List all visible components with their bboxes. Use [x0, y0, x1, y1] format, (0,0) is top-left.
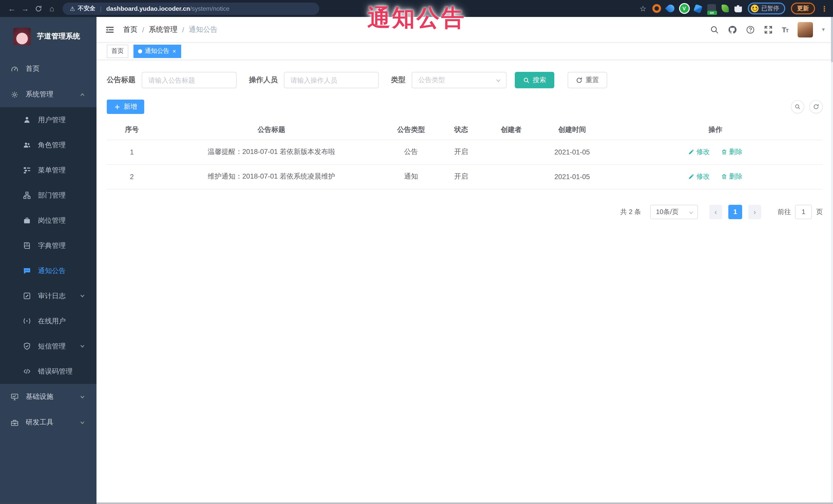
toggle-search-button[interactable]: [791, 100, 804, 114]
col-no: 序号: [107, 120, 157, 140]
browser-back-icon[interactable]: ←: [5, 4, 19, 13]
edit-link[interactable]: 修改: [688, 172, 710, 181]
sidebar-item-dev-tools[interactable]: 研发工具: [0, 410, 96, 435]
browser-forward-icon[interactable]: →: [19, 4, 32, 13]
breadcrumb-separator: /: [182, 25, 184, 33]
sidebar-item-dict-mgmt[interactable]: 字典管理: [0, 233, 96, 258]
edit-link-label: 修改: [696, 147, 710, 157]
sidebar-item-label: 错误码管理: [38, 367, 73, 376]
sidebar-item-user-mgmt[interactable]: 用户管理: [0, 107, 96, 133]
add-button[interactable]: 新增: [107, 100, 144, 114]
notice-icon: [23, 267, 31, 275]
sidebar-item-infrastructure[interactable]: 基础设施: [0, 384, 96, 410]
refresh-table-button[interactable]: [809, 100, 823, 114]
sidebar-item-error-code[interactable]: 错误码管理: [0, 359, 96, 384]
refresh-icon: [813, 104, 819, 110]
github-icon[interactable]: [728, 25, 737, 34]
extension-switch-icon[interactable]: on: [707, 4, 716, 13]
prev-page-button[interactable]: ‹: [709, 205, 722, 219]
extensions-puzzle-icon[interactable]: [734, 5, 742, 12]
browser-toolbar-right: ☆ V on 已暂停 更新 ⋮: [640, 3, 828, 15]
delete-link[interactable]: 删除: [721, 172, 742, 181]
extension-green-v-icon[interactable]: V: [680, 4, 689, 13]
window-scrollbar[interactable]: [831, 17, 833, 502]
notice-title-input[interactable]: [142, 72, 237, 88]
cell-create-time: 2021-01-05: [536, 164, 608, 189]
breadcrumb-system[interactable]: 系统管理: [149, 25, 177, 34]
col-actions: 操作: [608, 120, 823, 140]
next-page-button[interactable]: ›: [748, 205, 761, 219]
sidebar-item-home[interactable]: 首页: [0, 56, 96, 81]
user-avatar[interactable]: [798, 22, 813, 37]
profile-paused-pill[interactable]: 已暂停: [747, 3, 785, 15]
sidebar-item-sms-mgmt[interactable]: 短信管理: [0, 334, 96, 359]
breadcrumb: 首页 / 系统管理 / 通知公告: [123, 25, 218, 34]
page-number-1[interactable]: 1: [728, 205, 742, 219]
delete-link[interactable]: 删除: [721, 147, 742, 157]
cell-status: 开启: [436, 164, 486, 189]
hamburger-icon[interactable]: [105, 24, 115, 34]
audit-log-icon: [23, 292, 31, 300]
online-user-icon: [23, 317, 31, 325]
breadcrumb-home[interactable]: 首页: [123, 25, 138, 34]
sidebar-item-menu-mgmt[interactable]: 菜单管理: [0, 158, 96, 183]
page-unit-label: 页: [816, 207, 823, 216]
delete-link-label: 删除: [729, 172, 742, 181]
extension-green-leaf-icon[interactable]: [721, 5, 729, 12]
not-secure-warning[interactable]: ⚠ 不安全: [70, 5, 95, 12]
filter-type-group: 类型 公告类型: [391, 72, 506, 88]
address-bar[interactable]: ⚠ 不安全 | dashboard.yudao.iocoder.cn/syste…: [63, 2, 319, 15]
browser-reload-icon[interactable]: [32, 4, 45, 13]
sidebar-item-dept-mgmt[interactable]: 部门管理: [0, 183, 96, 208]
scrollbar-thumb[interactable]: [831, 17, 833, 62]
dashboard-icon: [10, 65, 19, 73]
sidebar-item-label: 审计日志: [38, 291, 66, 301]
edit-link[interactable]: 修改: [688, 147, 710, 157]
reset-button[interactable]: 重置: [568, 72, 607, 88]
bookmark-star-icon[interactable]: ☆: [640, 4, 646, 13]
search-button[interactable]: 搜索: [515, 72, 554, 88]
help-icon[interactable]: [746, 25, 755, 34]
sidebar-item-label: 基础设施: [26, 392, 53, 401]
page-size-select[interactable]: 10条/页: [650, 205, 698, 219]
sidebar-item-label: 部门管理: [38, 191, 66, 200]
sidebar-item-label: 用户管理: [38, 115, 66, 124]
sidebar-item-post-mgmt[interactable]: 岗位管理: [0, 208, 96, 233]
chrome-update-button[interactable]: 更新: [791, 3, 815, 15]
roles-icon: [23, 141, 31, 149]
tag-label: 通知公告: [145, 47, 169, 55]
tag-home[interactable]: 首页: [107, 44, 128, 58]
notice-type-select[interactable]: 公告类型: [412, 72, 506, 88]
browser-menu-icon[interactable]: ⋮: [821, 4, 828, 13]
goto-page-input[interactable]: [795, 205, 812, 219]
col-type: 公告类型: [386, 120, 436, 140]
cell-title: 温馨提醒：2018-07-01 若依新版本发布啦: [157, 140, 386, 164]
chevron-down-icon: [688, 209, 694, 217]
close-icon[interactable]: ×: [172, 48, 176, 54]
operator-input[interactable]: [284, 72, 379, 88]
sidebar-item-role-mgmt[interactable]: 角色管理: [0, 133, 96, 158]
extension-blue-gem-icon[interactable]: [693, 4, 703, 13]
sidebar-item-system[interactable]: 系统管理: [0, 81, 96, 107]
filter-title-label: 公告标题: [107, 75, 136, 85]
search-icon[interactable]: [710, 25, 719, 34]
avatar-caret-icon[interactable]: ▾: [822, 26, 825, 33]
font-size-icon[interactable]: TT: [782, 25, 788, 33]
warning-triangle-icon: ⚠: [70, 5, 75, 12]
app-logo[interactable]: 芋道管理系统: [0, 17, 96, 56]
sidebar-submenu-system: 用户管理 角色管理 菜单管理: [0, 107, 96, 384]
extension-blue-drop-icon[interactable]: [665, 3, 676, 14]
extension-orange-ring-icon[interactable]: [652, 4, 661, 13]
sidebar-item-online-users[interactable]: 在线用户: [0, 309, 96, 334]
tag-notice[interactable]: 通知公告 ×: [134, 44, 181, 58]
not-secure-label: 不安全: [78, 5, 95, 12]
sidebar-item-notice[interactable]: 通知公告: [0, 258, 96, 283]
cell-no: 1: [107, 140, 157, 164]
browser-home-icon[interactable]: ⌂: [45, 4, 58, 13]
sidebar-item-label: 岗位管理: [38, 216, 66, 225]
sidebar-item-audit-log[interactable]: 审计日志: [0, 283, 96, 309]
sidebar-item-label: 首页: [26, 64, 40, 73]
col-creator: 创建者: [486, 120, 536, 140]
fullscreen-icon[interactable]: [764, 25, 773, 34]
table-mini-actions: [791, 100, 823, 114]
